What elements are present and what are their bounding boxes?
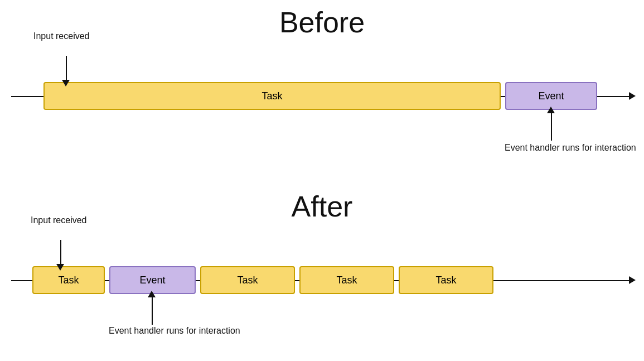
before-event-label: Event bbox=[538, 90, 564, 102]
after-timeline-right bbox=[493, 280, 633, 281]
after-title: After bbox=[292, 190, 353, 223]
after-task4-box: Task bbox=[399, 266, 493, 294]
before-task-label: Task bbox=[262, 90, 282, 102]
after-task1-box: Task bbox=[32, 266, 105, 294]
after-arrow-right bbox=[629, 276, 636, 284]
before-timeline-mid bbox=[501, 96, 505, 97]
diagram-container: Before Task Event Input received Event h… bbox=[0, 0, 644, 361]
before-arrow-right bbox=[629, 92, 636, 100]
after-event-arrow-up bbox=[148, 291, 156, 297]
before-input-label: Input received bbox=[33, 31, 90, 42]
after-task4-label: Task bbox=[435, 275, 456, 286]
after-event-handler-vert bbox=[152, 294, 153, 325]
after-task3-box: Task bbox=[299, 266, 394, 294]
before-event-arrow-up bbox=[547, 107, 555, 113]
after-task3-label: Task bbox=[336, 275, 357, 286]
before-event-handler-vert bbox=[551, 110, 552, 141]
before-event-handler-label: Event handler runs for interaction bbox=[505, 142, 636, 154]
after-event-box: Event bbox=[109, 266, 196, 294]
after-input-arrow-down bbox=[56, 264, 64, 271]
after-line4 bbox=[394, 280, 399, 281]
after-task2-box: Task bbox=[200, 266, 295, 294]
after-line2 bbox=[196, 280, 200, 281]
after-input-label: Input received bbox=[31, 215, 87, 227]
after-event-handler-label: Event handler runs for interaction bbox=[109, 325, 240, 337]
after-task1-label: Task bbox=[58, 275, 79, 286]
after-input-vert-line bbox=[60, 240, 61, 266]
after-task2-label: Task bbox=[237, 275, 258, 286]
before-input-arrow-down bbox=[62, 80, 70, 86]
before-timeline-left bbox=[11, 96, 43, 97]
before-timeline-right bbox=[597, 96, 631, 97]
after-line3 bbox=[295, 280, 299, 281]
after-timeline-left bbox=[11, 280, 32, 281]
before-task-box: Task bbox=[43, 82, 501, 110]
before-event-box: Event bbox=[505, 82, 597, 110]
after-line1 bbox=[105, 280, 109, 281]
after-event-label: Event bbox=[139, 275, 165, 286]
before-input-vert-line bbox=[66, 56, 67, 82]
before-title: Before bbox=[279, 6, 365, 39]
